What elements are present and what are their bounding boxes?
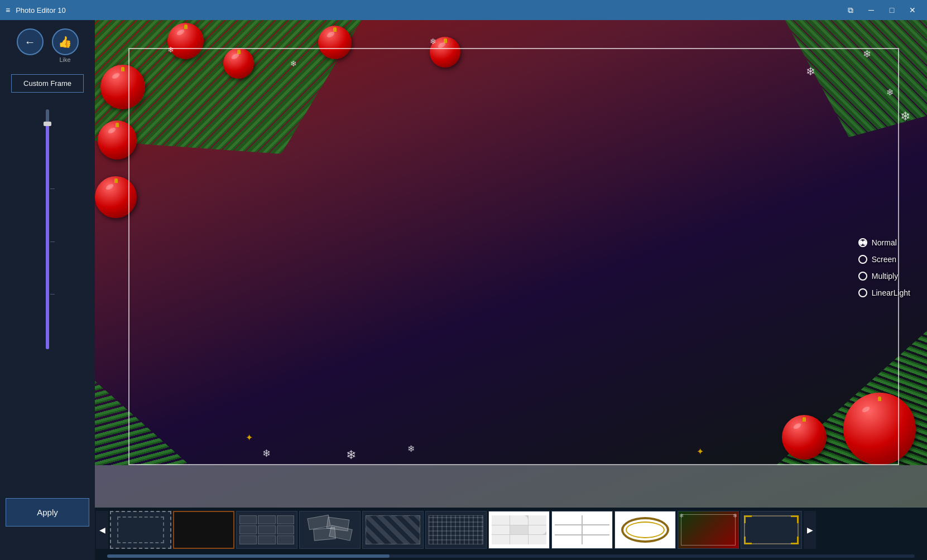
main-content: ← 👍 Like Custom Frame Apply [0, 20, 927, 560]
thumbnail-1[interactable] [110, 511, 171, 549]
sidebar-top-buttons: ← 👍 Like [17, 28, 79, 63]
star-1: ✦ [246, 432, 253, 443]
slider-fill [46, 122, 49, 350]
ornament-5 [95, 176, 137, 218]
like-label: Like [59, 56, 70, 63]
opacity-slider-container [42, 109, 53, 349]
snowflake-5: ❄ [863, 48, 871, 60]
ornament-8 [843, 393, 916, 465]
snowflake-4: ❄ [806, 65, 815, 78]
snowflake-7: ❄ [900, 109, 910, 124]
slider-tick-1 [50, 189, 55, 189]
apply-button[interactable]: Apply [6, 498, 89, 527]
scrollbar [95, 552, 927, 560]
restore-icon[interactable]: ⧉ [842, 2, 859, 18]
blend-multiply-radio[interactable] [858, 272, 867, 281]
blend-normal-radio[interactable] [858, 238, 867, 247]
blend-normal[interactable]: Normal [858, 238, 910, 247]
like-button[interactable]: 👍 [52, 28, 79, 55]
back-button[interactable]: ← [17, 28, 44, 55]
scroll-left-button[interactable]: ◀ [96, 511, 108, 549]
blend-linearlight[interactable]: LinearLight [858, 288, 910, 297]
snowflake-9: ❄ [346, 448, 356, 462]
thumbnail-4[interactable] [299, 511, 361, 549]
ornament-3 [223, 48, 254, 79]
thumbnail-5[interactable] [362, 511, 424, 549]
blend-linearlight-radio[interactable] [858, 288, 867, 297]
window-controls: ⧉ ─ □ ✕ [842, 2, 921, 18]
slider-tick-3 [50, 294, 55, 295]
scrollbar-track[interactable] [107, 554, 915, 558]
slider-track[interactable] [46, 109, 49, 349]
scene-container: ❄ ❄ ❄ ❄ ❄ ❄ ❄ ❄ ❄ ❄ ✦ ✦ Nor [95, 20, 927, 515]
scrollbar-thumb[interactable] [107, 554, 390, 558]
snowflake-2: ❄ [290, 59, 297, 68]
thumbnail-8[interactable] [551, 511, 613, 549]
snowflake-6: ❄ [886, 87, 894, 98]
thumbnail-6[interactable] [425, 511, 487, 549]
close-button[interactable]: ✕ [904, 2, 921, 18]
blend-screen-radio[interactable] [858, 255, 867, 264]
custom-frame-button[interactable]: Custom Frame [11, 74, 84, 93]
thumbnail-10[interactable]: ❄ ❄ [678, 511, 739, 549]
blend-multiply[interactable]: Multiply [858, 272, 910, 281]
minimize-button[interactable]: ─ [862, 2, 880, 18]
scroll-right-button[interactable]: ▶ [804, 511, 816, 549]
star-2: ✦ [697, 446, 704, 457]
slider-thumb[interactable] [44, 122, 51, 126]
thumbnail-11[interactable] [741, 511, 802, 549]
sidebar: ← 👍 Like Custom Frame Apply [0, 20, 95, 560]
thumbnail-7[interactable] [488, 511, 550, 549]
app-title: Photo Editor 10 [16, 6, 836, 15]
menu-icon[interactable]: ≡ [6, 6, 10, 15]
ornament-9 [782, 415, 827, 460]
blend-screen-label: Screen [872, 255, 896, 264]
snowflake-10: ❄ [407, 443, 415, 454]
ornament-4 [98, 120, 137, 160]
title-bar: ≡ Photo Editor 10 ⧉ ─ □ ✕ [0, 0, 927, 20]
slider-tick-2 [50, 242, 55, 242]
thumbnail-9[interactable] [614, 511, 676, 549]
like-container: 👍 Like [52, 28, 79, 63]
thumbnail-strip: ◀ [95, 508, 927, 552]
blend-multiply-label: Multiply [872, 272, 898, 281]
image-area: ❄ ❄ ❄ ❄ ❄ ❄ ❄ ❄ ❄ ❄ ✦ ✦ Nor [95, 20, 927, 560]
thumbnail-3[interactable] [236, 511, 297, 549]
snowflake-8: ❄ [262, 447, 271, 460]
blend-screen[interactable]: Screen [858, 255, 910, 264]
ornament-6 [318, 26, 352, 59]
blend-mode-options: Normal Screen Multiply LinearLight [858, 238, 910, 297]
snowflake-3: ❄ [430, 37, 436, 46]
blend-normal-label: Normal [872, 238, 897, 247]
maximize-button[interactable]: □ [883, 2, 901, 18]
snowflake-1: ❄ [167, 45, 174, 54]
thumbnail-2[interactable] [173, 511, 234, 549]
blend-linearlight-label: LinearLight [872, 288, 910, 297]
ornament-1 [100, 65, 145, 109]
